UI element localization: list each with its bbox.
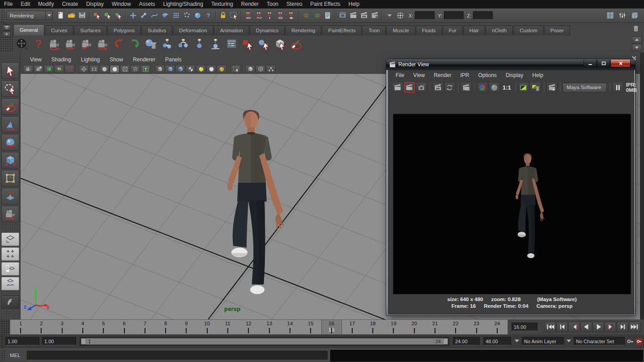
shelf-scroll-down-icon[interactable] — [632, 44, 642, 51]
render-view-menu-render[interactable]: Render — [429, 72, 456, 78]
shelf-tab-surfaces[interactable]: Surfaces — [74, 26, 107, 35]
current-time-field[interactable] — [512, 323, 537, 331]
refresh-ipr-icon[interactable] — [444, 82, 456, 93]
mask-curves-icon[interactable] — [149, 10, 160, 21]
rotate-tool-button[interactable] — [1, 134, 19, 151]
render-current-frame-icon[interactable] — [348, 10, 358, 21]
animation-start-field[interactable] — [5, 337, 39, 345]
shelf-tab-rendering[interactable]: Rendering — [285, 26, 321, 35]
set-key-icon[interactable] — [626, 337, 635, 346]
shelf-tab-painteffects[interactable]: PaintEffects — [322, 26, 362, 35]
default-material-icon[interactable] — [155, 65, 165, 73]
camera-pan-icon[interactable] — [64, 65, 74, 73]
command-input[interactable] — [27, 351, 328, 360]
viewport-menu-shading[interactable]: Shading — [47, 56, 76, 63]
shelf-scroll-up-icon[interactable] — [632, 36, 642, 43]
viewport-menu-panels[interactable]: Panels — [160, 56, 187, 63]
camera-dolly-icon[interactable] — [80, 37, 94, 51]
animation-end-field[interactable] — [483, 337, 511, 345]
menu-lighting-shading[interactable]: Lighting/Shading — [159, 0, 207, 9]
default-light-icon[interactable] — [206, 65, 216, 73]
single-pane-layout-button[interactable] — [1, 233, 19, 246]
points-shade-icon[interactable] — [130, 65, 140, 73]
redo-icon[interactable] — [128, 37, 142, 51]
step-back-frame-button[interactable] — [556, 322, 568, 332]
menu-stereo[interactable]: Stereo — [282, 0, 306, 9]
rgb-channels-icon[interactable] — [477, 82, 488, 93]
output-connections-icon[interactable] — [312, 10, 322, 21]
paint-selection-tool-button[interactable] — [1, 98, 19, 115]
close-button[interactable] — [610, 60, 631, 67]
mask-misc-icon[interactable]: ? — [203, 10, 213, 21]
question-mark-icon[interactable]: ? — [31, 37, 45, 51]
minimize-button[interactable] — [584, 60, 597, 67]
ipr-render-icon[interactable]: IPR — [359, 10, 369, 21]
resolution-gate-icon[interactable] — [89, 65, 99, 73]
select-camera-icon[interactable] — [23, 65, 33, 73]
rendered-image[interactable] — [393, 114, 631, 294]
film-reel-icon[interactable] — [15, 37, 29, 51]
open-scene-icon[interactable] — [66, 10, 77, 21]
delete-shelf-item-icon[interactable] — [632, 25, 641, 34]
viewport-menu-lighting[interactable]: Lighting — [76, 56, 105, 63]
render-view-menu-options[interactable]: Options — [474, 72, 501, 78]
render-view-menu-ipr[interactable]: IPR — [456, 72, 474, 78]
viewport-menu-show[interactable]: Show — [105, 56, 128, 63]
playback-end-field[interactable] — [453, 337, 480, 345]
mask-joints-icon[interactable] — [139, 10, 149, 21]
chevron-down-icon[interactable] — [45, 11, 52, 20]
character-set-field[interactable]: No Character Set — [574, 337, 625, 345]
menu-toon[interactable]: Toon — [263, 0, 282, 9]
four-pane-layout-button[interactable] — [1, 247, 19, 261]
shelf-menu-arrow-icon[interactable] — [3, 31, 11, 37]
keep-image-icon[interactable] — [518, 82, 529, 93]
shelf-tab-hair[interactable]: Hair — [463, 26, 485, 35]
mask-rendering-icon[interactable] — [192, 10, 203, 21]
bookmark-icon[interactable] — [44, 65, 54, 73]
coordinate-y-input[interactable] — [444, 11, 464, 20]
mask-surfaces-icon[interactable] — [160, 10, 171, 21]
no-lights-icon[interactable] — [196, 65, 206, 73]
open-render-view-icon[interactable] — [337, 10, 348, 21]
snap-surface-icon[interactable] — [286, 10, 297, 21]
auto-keyframe-icon[interactable] — [635, 337, 644, 346]
soft-modification-tool-button[interactable] — [1, 188, 19, 204]
camera-track-icon[interactable] — [64, 37, 77, 51]
smooth-shade-icon[interactable] — [99, 65, 109, 73]
outliner-window-icon[interactable] — [225, 37, 239, 51]
range-slider-drag-handle[interactable] — [0, 335, 4, 349]
status-line-drag-handle[interactable] — [0, 9, 4, 22]
render-options-icon[interactable] — [546, 82, 558, 93]
tool-settings-icon[interactable] — [617, 10, 627, 21]
render-view-menu-help[interactable]: Help — [528, 72, 548, 78]
command-result-field[interactable] — [330, 350, 643, 362]
camera-fly-icon[interactable] — [96, 37, 110, 51]
shelf-tab-muscle[interactable]: Muscle — [386, 26, 415, 35]
shelf-tab-curves[interactable]: Curves — [45, 26, 73, 35]
renderer-select[interactable]: Maya Software — [563, 83, 607, 92]
lattice-cursor-icon[interactable] — [273, 37, 287, 51]
menu-assets[interactable]: Assets — [135, 0, 159, 9]
smooth-shade-all-icon[interactable] — [110, 65, 119, 73]
menu-file[interactable]: File — [0, 0, 17, 9]
mask-handles-icon[interactable] — [128, 10, 138, 21]
character-model[interactable] — [202, 108, 300, 300]
shelf-tab-subdivs[interactable]: Subdivs — [141, 26, 172, 35]
mask-dynamics-icon[interactable] — [182, 10, 192, 21]
command-line-mode-toggle[interactable]: MEL — [10, 353, 21, 358]
outliner-persp-layout-button[interactable] — [1, 262, 19, 276]
time-slider-drag-handle[interactable] — [0, 319, 10, 335]
shelf-tab-polygons[interactable]: Polygons — [107, 26, 141, 35]
render-view-title-bar[interactable]: Render View — [386, 59, 635, 70]
shelf-tab-custom[interactable]: Custom — [513, 26, 544, 35]
selection-mode-arrow-icon[interactable] — [384, 10, 395, 21]
ipr-render-icon[interactable]: IPR — [432, 82, 444, 93]
menu-help[interactable]: Help — [345, 0, 364, 9]
shelf-tab-toon[interactable]: Toon — [362, 26, 386, 35]
render-view-menu-display[interactable]: Display — [501, 72, 528, 78]
play-backwards-button[interactable] — [580, 322, 592, 332]
attribute-editor-icon[interactable] — [629, 10, 640, 21]
mask-deformations-icon[interactable] — [171, 10, 181, 21]
textured-cube-icon[interactable] — [175, 65, 185, 73]
camera-orbit-icon[interactable] — [47, 37, 61, 51]
